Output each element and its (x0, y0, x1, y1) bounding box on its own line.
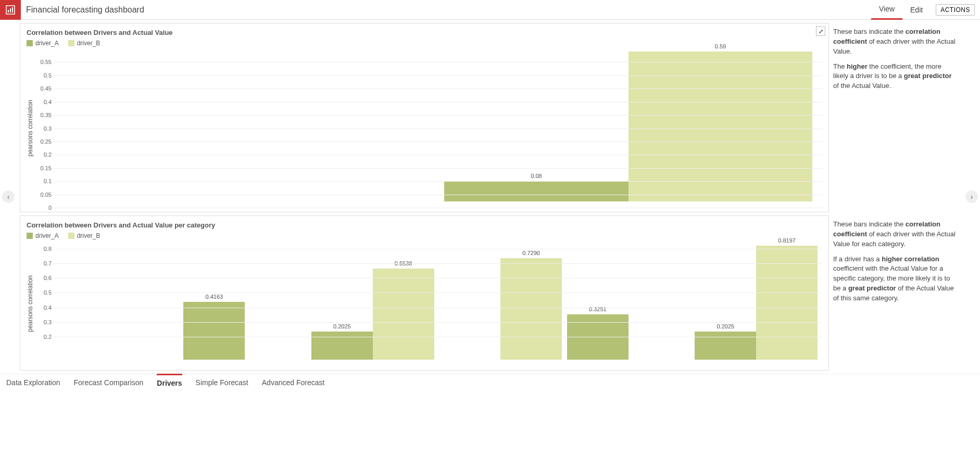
next-page-arrow[interactable]: › (965, 190, 978, 203)
panel-row-2: Correlation between Drivers and Actual V… (20, 215, 960, 371)
y-tick-label: 0.2 (35, 334, 52, 340)
chart1-body: pearsons correlation 0.080.59 00.050.10.… (27, 49, 822, 208)
legend-driver-b[interactable]: driver_B (68, 40, 100, 47)
chart2-plot: 0.41630.20250.65380.72900.32510.20250.81… (35, 242, 822, 366)
bar[interactable]: 0.2025 (695, 332, 756, 360)
svg-rect-3 (12, 7, 13, 12)
bar[interactable]: 0.4163 (183, 302, 245, 360)
bar-value-label: 0.2025 (311, 323, 373, 329)
chart1-plot: 0.080.59 00.050.10.150.20.250.30.350.40.… (35, 49, 822, 208)
y-tick-label: 0.55 (35, 59, 52, 65)
actions-button[interactable]: ACTIONS (936, 4, 975, 16)
swatch-a-icon (27, 233, 33, 239)
legend2-b-label: driver_B (77, 232, 100, 239)
info2-p1: These bars indicate the correlation coef… (833, 220, 956, 249)
y-tick-label: 0 (35, 205, 52, 211)
chart1-title: Correlation between Drivers and Actual V… (27, 29, 822, 36)
bar-value-label: 0.8197 (756, 237, 818, 244)
legend2-driver-a[interactable]: driver_A (27, 232, 59, 239)
topbar: Financial forecasting dashboard View Edi… (0, 0, 980, 20)
bar-group: 0.080.59 (437, 49, 821, 201)
chart2-title: Correlation between Drivers and Actual V… (27, 221, 822, 229)
chart-panel-2: Correlation between Drivers and Actual V… (20, 215, 829, 371)
bar[interactable]: 0.2025 (311, 332, 373, 360)
tab-simple-forecast[interactable]: Simple Forecast (196, 374, 248, 391)
svg-rect-2 (10, 8, 11, 12)
bar[interactable]: 0.59 (629, 52, 813, 201)
bar-value-label: 0.7290 (500, 250, 562, 256)
prev-page-arrow[interactable]: ‹ (2, 190, 15, 203)
page-title: Financial forecasting dashboard (26, 5, 144, 15)
y-tick-label: 0.1 (35, 178, 52, 184)
y-tick-label: 0.4 (35, 304, 52, 311)
y-tick-label: 0.25 (35, 138, 52, 145)
chart2-ylabel: pearsons correlation (27, 275, 34, 332)
legend2-a-label: driver_A (35, 232, 59, 239)
y-tick-label: 0.3 (35, 319, 52, 325)
main-column: ⤢ Correlation between Drivers and Actual… (17, 20, 963, 374)
chart2-bars: 0.41630.20250.65380.72900.32510.20250.81… (53, 242, 820, 360)
legend-driver-a[interactable]: driver_A (27, 40, 59, 47)
info1-p1: These bars indicate the correlation coef… (833, 27, 956, 57)
legend-a-label: driver_A (35, 40, 59, 47)
chart-panel-1: ⤢ Correlation between Drivers and Actual… (20, 23, 829, 212)
chevron-left-icon: ‹ (7, 193, 10, 201)
y-tick-label: 0.45 (35, 85, 52, 92)
tab-data-exploration[interactable]: Data Exploration (6, 374, 60, 391)
bar-group (53, 242, 181, 360)
tab-edit[interactable]: Edit (902, 0, 931, 20)
tab-forecast-comparison[interactable]: Forecast Comparison (74, 374, 144, 391)
bar-group: 0.20250.8197 (693, 242, 821, 360)
tab-advanced-forecast[interactable]: Advanced Forecast (262, 374, 325, 391)
y-tick-label: 0.05 (35, 192, 52, 198)
bar-group: 0.4163 (181, 242, 309, 360)
panel-row-1: ⤢ Correlation between Drivers and Actual… (20, 23, 960, 212)
info-panel-2: These bars indicate the correlation coef… (830, 215, 960, 371)
bar-group: 0.3251 (564, 242, 693, 360)
bar[interactable]: 0.8197 (756, 246, 818, 360)
chart1-bars: 0.080.59 (53, 49, 820, 201)
y-tick-label: 0.35 (35, 112, 52, 118)
y-tick-label: 0.2 (35, 151, 52, 158)
bar-value-label: 0.59 (629, 43, 813, 49)
y-tick-label: 0.15 (35, 165, 52, 171)
chart1-ylabel: pearsons correlation (27, 100, 34, 157)
legend2-driver-b[interactable]: driver_B (68, 232, 100, 239)
y-tick-label: 0.5 (35, 72, 52, 79)
info1-p2: The higher the coefficient, the more lik… (833, 62, 956, 92)
bar-group: 0.7290 (437, 242, 565, 360)
bar-group (53, 49, 437, 201)
bar-group: 0.20250.6538 (309, 242, 437, 360)
chart2-legend: driver_A driver_B (27, 232, 822, 239)
expand-icon: ⤢ (819, 29, 823, 34)
bar[interactable]: 0.6538 (373, 269, 434, 360)
y-tick-label: 0.7 (35, 260, 52, 266)
fullscreen-button[interactable]: ⤢ (816, 27, 825, 36)
logo-icon (6, 5, 15, 15)
info-panel-1: These bars indicate the correlation coef… (830, 23, 960, 212)
bar-value-label: 0.4163 (183, 294, 245, 300)
bar-value-label: 0.08 (444, 173, 629, 179)
bottom-tabs: Data Exploration Forecast Comparison Dri… (0, 374, 980, 391)
y-tick-label: 0.8 (35, 246, 52, 252)
legend-b-label: driver_B (77, 40, 100, 47)
page-body: ‹ ⤢ Correlation between Drivers and Actu… (0, 20, 980, 374)
app-logo[interactable] (0, 0, 21, 20)
svg-rect-1 (8, 10, 9, 12)
chevron-right-icon: › (971, 193, 973, 201)
y-tick-label: 0.6 (35, 275, 52, 281)
swatch-b-icon (68, 233, 74, 239)
swatch-a-icon (27, 40, 33, 46)
y-tick-label: 0.3 (35, 125, 52, 132)
bar-value-label: 0.2025 (695, 323, 756, 329)
bar[interactable]: 0.7290 (500, 258, 562, 360)
swatch-b-icon (68, 40, 74, 46)
tab-drivers[interactable]: Drivers (157, 374, 182, 391)
bar[interactable]: 0.08 (444, 181, 629, 201)
chart2-body: pearsons correlation 0.41630.20250.65380… (27, 242, 822, 366)
y-tick-label: 0.5 (35, 289, 52, 296)
y-tick-label: 0.4 (35, 99, 52, 105)
tab-view[interactable]: View (871, 0, 902, 20)
info2-p2: If a driver has a higher correlation coe… (833, 255, 956, 303)
